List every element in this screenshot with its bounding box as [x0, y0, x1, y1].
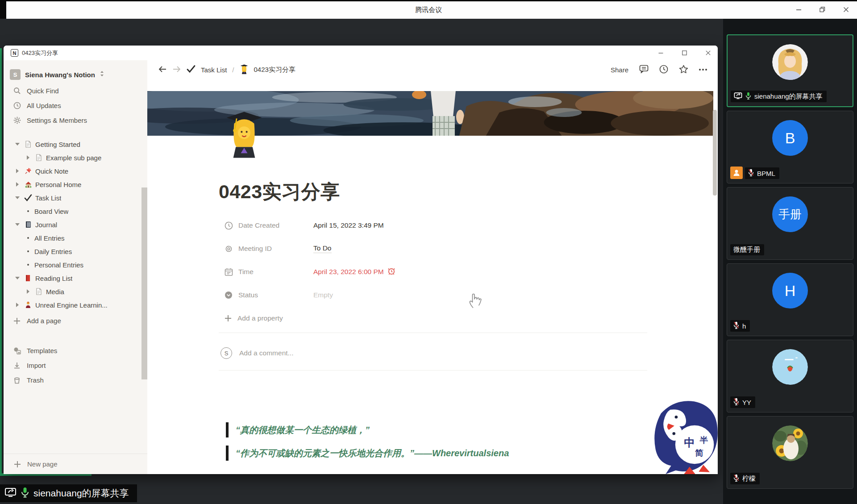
add-comment-row[interactable]: S Add a comment... — [220, 343, 293, 363]
workspace-select-icon — [100, 70, 104, 79]
toggle-open-icon[interactable] — [12, 223, 22, 226]
sidebar-page-board-view[interactable]: Board View — [4, 204, 147, 218]
toggle-open-icon[interactable] — [12, 143, 22, 146]
alarm-clock-icon — [387, 267, 395, 277]
add-a-page-button[interactable]: Add a page — [4, 313, 147, 328]
workspace-switcher[interactable]: S Siena Hwang's Notion — [4, 66, 147, 83]
sidebar-item-all-updates[interactable]: All Updates — [4, 98, 147, 113]
content-scrollbar[interactable] — [713, 110, 717, 196]
comments-icon[interactable] — [639, 65, 649, 75]
sidebar-item-templates[interactable]: Templates — [4, 343, 147, 358]
toggle-closed-icon[interactable] — [12, 182, 22, 187]
sidebar-page-unreal-engine[interactable]: Unreal Engine Learnin... — [4, 298, 147, 312]
avatar-letter: 手册 — [772, 196, 808, 232]
quote-line[interactable]: “作为不可或缺的元素之一快乐地光合作用。”——Wherevirtualsiena — [226, 446, 509, 461]
page-icon-woman-student[interactable] — [224, 109, 264, 159]
pushpin-icon — [22, 167, 34, 175]
page-properties: Date Created April 15, 2022 3:49 PM Meet… — [219, 214, 567, 330]
svg-text:中: 中 — [684, 437, 695, 449]
document-icon — [22, 141, 34, 148]
breadcrumb-current[interactable]: 0423实习分享 — [254, 66, 295, 74]
new-page-button[interactable]: New page — [4, 454, 147, 474]
toggle-closed-icon[interactable] — [12, 169, 22, 173]
more-options-icon[interactable] — [699, 69, 707, 71]
notion-maximize-icon[interactable] — [682, 49, 687, 57]
avatar — [772, 44, 808, 80]
mic-on-icon — [745, 92, 751, 101]
participant-tile-h[interactable]: H h — [727, 263, 853, 336]
sidebar-page-journal[interactable]: Journal — [4, 218, 147, 231]
participant-tile-yy[interactable]: YY — [727, 340, 853, 412]
toggle-closed-icon[interactable] — [23, 155, 33, 160]
sidebar-page-all-entries[interactable]: All Entries — [4, 231, 147, 245]
participant-tile-shouce[interactable]: 手册 微醺手册 — [727, 187, 853, 260]
property-date-created[interactable]: Date Created April 15, 2022 3:49 PM — [219, 214, 567, 237]
forward-icon[interactable] — [172, 66, 181, 74]
toggle-closed-icon[interactable] — [12, 303, 22, 307]
woman-student-icon — [240, 64, 249, 75]
favorite-star-icon[interactable] — [679, 65, 688, 75]
notion-window: N 0423实习分享 S Siena Hwang's Notion Quick … — [4, 46, 718, 474]
sidebar-page-daily-entries[interactable]: Daily Entries — [4, 245, 147, 258]
participant-label: sienahuang的屏幕共享 — [731, 91, 827, 102]
sidebar-item-trash[interactable]: Trash — [4, 373, 147, 387]
mic-muted-icon — [733, 321, 739, 330]
restore-icon[interactable] — [820, 7, 825, 12]
sidebar-page-personal-home[interactable]: Personal Home — [4, 178, 147, 191]
svg-text:半: 半 — [699, 435, 708, 445]
mouse-cursor-hand — [468, 292, 484, 309]
add-property-button[interactable]: Add a property — [219, 307, 567, 330]
document-icon — [33, 154, 45, 161]
quote-bar — [226, 422, 229, 437]
sidebar-item-import[interactable]: Import — [4, 358, 147, 373]
search-icon — [13, 87, 21, 95]
sidebar-scrollbar[interactable] — [141, 187, 147, 379]
quote-line[interactable]: “真的很想做某一个生态的绿植，” — [226, 422, 509, 437]
sidebar-page-getting-started[interactable]: Getting Started — [4, 137, 147, 151]
sidebar-page-task-list[interactable]: Task List — [4, 191, 147, 204]
toggle-closed-icon[interactable] — [23, 289, 33, 294]
sidebar-page-quick-note[interactable]: Quick Note — [4, 164, 147, 178]
avatar-letter: H — [772, 273, 808, 308]
comment-placeholder[interactable]: Add a comment... — [239, 349, 293, 357]
plus-icon — [13, 317, 21, 325]
gear-icon — [13, 117, 21, 125]
avatar-letter: B — [772, 120, 808, 156]
back-icon[interactable] — [158, 66, 167, 74]
sidebar-page-personal-entries[interactable]: Personal Entries — [4, 258, 147, 271]
task-list-check-icon — [187, 65, 196, 74]
participant-tile-sienahuang[interactable]: sienahuang的屏幕共享 — [727, 34, 853, 107]
minimize-icon[interactable] — [796, 7, 802, 12]
screenshare-banner-text: sienahuang的屏幕共享 — [33, 487, 129, 500]
sidebar-page-media[interactable]: Media — [4, 285, 147, 298]
sidebar-page-example-sub-page[interactable]: Example sub page — [4, 151, 147, 164]
property-meeting-id[interactable]: Meeting ID To Do — [219, 237, 567, 260]
notebook-icon — [22, 221, 34, 228]
notion-close-icon[interactable] — [706, 49, 711, 57]
sidebar-page-reading-list[interactable]: Reading List — [4, 271, 147, 285]
sidebar-item-quick-find[interactable]: Quick Find — [4, 83, 147, 98]
sidebar-item-settings[interactable]: Settings & Members — [4, 113, 147, 128]
bullet-icon — [23, 264, 33, 266]
property-time[interactable]: Time April 23, 2022 6:00 PM — [219, 260, 567, 283]
share-button[interactable]: Share — [611, 66, 628, 74]
breadcrumb-parent[interactable]: Task List — [201, 66, 227, 74]
history-clock-icon[interactable] — [659, 65, 668, 75]
participant-tile-ningmeng[interactable]: 柠檬 — [727, 416, 853, 489]
notion-topbar: Task List / 0423实习分享 Share — [147, 60, 718, 79]
notion-minimize-icon[interactable] — [658, 49, 663, 57]
participant-tile-bpml[interactable]: B BPML — [727, 111, 853, 183]
host-person-icon — [730, 167, 743, 179]
meeting-title: 腾讯会议 — [0, 0, 857, 19]
sidebar-item-label: All Updates — [27, 102, 61, 109]
comment-avatar: S — [220, 347, 232, 359]
toggle-open-icon[interactable] — [12, 196, 22, 199]
close-icon[interactable] — [843, 7, 849, 12]
property-status[interactable]: Status Empty — [219, 283, 567, 307]
quote-bar — [226, 446, 229, 461]
bullet-icon — [23, 210, 33, 212]
screenshare-banner: sienahuang的屏幕共享 — [0, 484, 137, 502]
checkmark-icon — [22, 194, 34, 201]
toggle-open-icon[interactable] — [12, 277, 22, 279]
page-title[interactable]: 0423实习分享 — [219, 179, 340, 205]
